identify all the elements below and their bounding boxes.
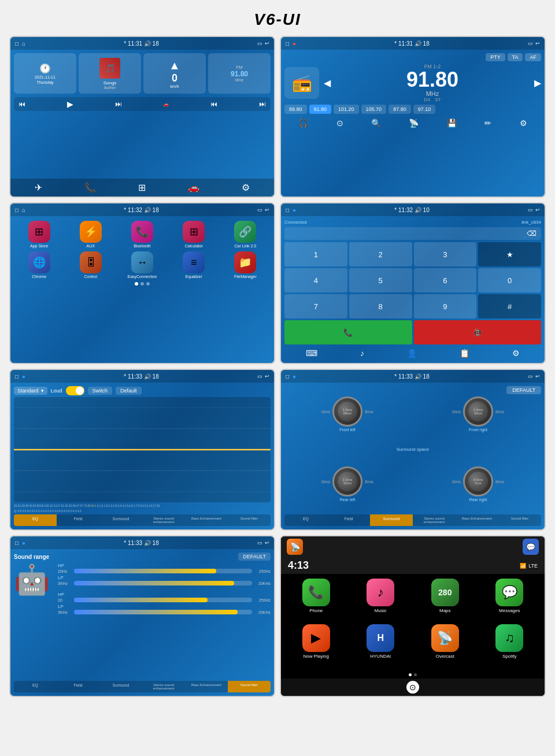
- send-icon[interactable]: ✈: [35, 182, 42, 193]
- cp-app-overcast[interactable]: 📡 Overcast: [415, 624, 476, 666]
- headphone-icon[interactable]: 🎧: [298, 118, 308, 128]
- s7-tab-soundfilter[interactable]: Sound filter: [228, 681, 271, 692]
- preset-87.80[interactable]: 87.80: [388, 105, 411, 114]
- knob-front-right[interactable]: 1.0ms32cm: [463, 396, 493, 427]
- s7-tab-surround[interactable]: Surround: [99, 681, 142, 692]
- tab-surround[interactable]: Surround: [99, 514, 142, 526]
- s6-tab-soundfilter[interactable]: Sound filter: [498, 514, 541, 526]
- app-easyconnection[interactable]: ↔ EasyConnection: [118, 251, 166, 279]
- cp-app-nowplaying[interactable]: ▶ Now Playing: [286, 624, 347, 666]
- call-btn[interactable]: 📞: [284, 320, 412, 344]
- key-star[interactable]: ★: [478, 242, 541, 266]
- app-calculator[interactable]: ⊞ Calculator: [170, 221, 218, 248]
- cp-app-phone[interactable]: 📞 Phone: [286, 579, 347, 621]
- cp-app-spotify[interactable]: ♫ Spotify: [479, 624, 541, 666]
- settings-icon[interactable]: ⚙: [242, 182, 250, 193]
- back-icon-s7[interactable]: ↩: [265, 540, 269, 546]
- preset-91.80[interactable]: 91.80: [309, 105, 332, 114]
- lp1-track[interactable]: [74, 581, 252, 585]
- music-note-icon[interactable]: ♪: [360, 349, 364, 358]
- settings2-icon[interactable]: ⚙: [520, 118, 527, 128]
- s7-tab-field[interactable]: Field: [57, 681, 99, 692]
- key-5[interactable]: 5: [349, 268, 412, 292]
- cp-app-music[interactable]: ♪ Music: [350, 579, 412, 621]
- lp2-track[interactable]: [74, 610, 252, 614]
- tab-eq[interactable]: EQ: [14, 514, 57, 526]
- s6-tab-field[interactable]: Field: [327, 514, 370, 526]
- preset-105.70[interactable]: 105.70: [361, 105, 387, 114]
- prev2-btn[interactable]: ⏮: [210, 100, 217, 108]
- contacts-icon[interactable]: 👤: [407, 349, 417, 358]
- s6-tab-stereo[interactable]: Stereo sound enhancement: [413, 514, 456, 526]
- app-chrome[interactable]: 🌐 Chrome: [15, 251, 63, 279]
- radio-next-btn[interactable]: ▶: [534, 77, 541, 88]
- sound-range-default-btn[interactable]: DEFAULT: [238, 553, 271, 561]
- switch-btn[interactable]: Switch: [88, 387, 113, 395]
- preset-97.10[interactable]: 97.10: [413, 105, 436, 114]
- backspace-icon[interactable]: ⌫: [527, 229, 536, 238]
- app-bluetooth[interactable]: 📞 Bluetooth: [118, 221, 166, 248]
- key-0[interactable]: 0: [478, 268, 541, 292]
- surround-default-btn[interactable]: DEFAULT: [506, 386, 541, 394]
- back-icon-s1[interactable]: ↩: [265, 40, 269, 46]
- messages-top-icon[interactable]: 💬: [523, 539, 539, 555]
- cp-app-hyundai[interactable]: H HYUNDAI: [350, 624, 412, 666]
- carplay-home-btn[interactable]: ⊙: [406, 681, 419, 694]
- search-icon[interactable]: 🔍: [371, 118, 381, 128]
- app-control[interactable]: 🎛 Control: [66, 251, 114, 279]
- key-hash[interactable]: #: [478, 294, 541, 318]
- cp-app-messages[interactable]: 💬 Messages: [479, 579, 541, 621]
- back-icon-s3[interactable]: ↩: [265, 207, 269, 213]
- back-icon-s4[interactable]: ↩: [535, 207, 540, 213]
- tab-bass[interactable]: Bass Enhancement: [185, 514, 228, 526]
- default-btn[interactable]: Default: [116, 387, 142, 395]
- phone-input[interactable]: ⌫: [284, 227, 541, 240]
- call-log-icon[interactable]: 📋: [460, 349, 469, 358]
- app-filemanager[interactable]: 📁 FileManager: [221, 251, 269, 279]
- play-btn[interactable]: ▶: [67, 99, 73, 109]
- preset-101.20[interactable]: 101.20: [334, 105, 359, 114]
- next2-btn[interactable]: ⏭: [259, 100, 266, 108]
- key-2[interactable]: 2: [349, 242, 412, 266]
- apps-icon[interactable]: ⊞: [138, 182, 146, 193]
- end-call-btn[interactable]: 📵: [414, 320, 542, 344]
- app-aux[interactable]: ⚡ AUX: [66, 221, 114, 248]
- preset-89.80[interactable]: 89.80: [284, 105, 307, 114]
- tab-soundfilter[interactable]: Sound filter: [228, 514, 271, 526]
- back-icon-s2[interactable]: ↩: [535, 40, 540, 46]
- ta-btn[interactable]: TA: [508, 53, 523, 61]
- edit-icon[interactable]: ✏: [484, 118, 491, 128]
- key-9[interactable]: 9: [414, 294, 477, 318]
- fm-widget[interactable]: FM 91.80 MHz: [208, 53, 271, 94]
- s7-tab-stereo[interactable]: Stereo sound enhancement: [142, 681, 185, 692]
- prev-btn[interactable]: ⏮: [18, 100, 25, 108]
- s7-tab-bass[interactable]: Bass Enhancement: [185, 681, 228, 692]
- key-1[interactable]: 1: [284, 242, 347, 266]
- preset-select[interactable]: Standard ▾: [14, 387, 47, 395]
- key-6[interactable]: 6: [414, 268, 477, 292]
- car-drive-icon[interactable]: 🚗: [188, 182, 199, 193]
- key-4[interactable]: 4: [284, 268, 347, 292]
- phone-icon[interactable]: 📞: [84, 182, 96, 193]
- hp2-track[interactable]: [74, 598, 252, 602]
- hp1-track[interactable]: [74, 569, 252, 573]
- app-appstore[interactable]: ⊞ App Store: [15, 221, 63, 248]
- dialpad-icon[interactable]: ⌨: [306, 349, 317, 358]
- knob-front-left[interactable]: 1.0ms68cm: [332, 396, 362, 427]
- knob-rear-right[interactable]: 0.0ms0cm: [463, 466, 493, 496]
- radio2-icon[interactable]: 📡: [409, 118, 419, 128]
- knob-rear-left[interactable]: 1.0ms32cm: [332, 466, 362, 496]
- s6-tab-bass[interactable]: Bass Enhancement: [456, 514, 498, 526]
- music-widget[interactable]: 🎵 Songs Author: [79, 53, 141, 94]
- s6-tab-surround[interactable]: Surround: [370, 514, 413, 526]
- tab-field[interactable]: Field: [57, 514, 99, 526]
- loud-toggle[interactable]: [66, 386, 84, 395]
- key-3[interactable]: 3: [414, 242, 477, 266]
- cp-app-maps[interactable]: 280 Maps: [415, 579, 476, 621]
- back-icon-s5[interactable]: ↩: [265, 373, 269, 379]
- app-carlink[interactable]: 🔗 Car Link 2.0: [221, 221, 269, 248]
- back-icon-s6[interactable]: ↩: [535, 373, 540, 379]
- toggle-icon[interactable]: ⊙: [336, 118, 343, 128]
- radio-prev-btn[interactable]: ◀: [324, 77, 331, 88]
- next-btn[interactable]: ⏭: [115, 100, 122, 108]
